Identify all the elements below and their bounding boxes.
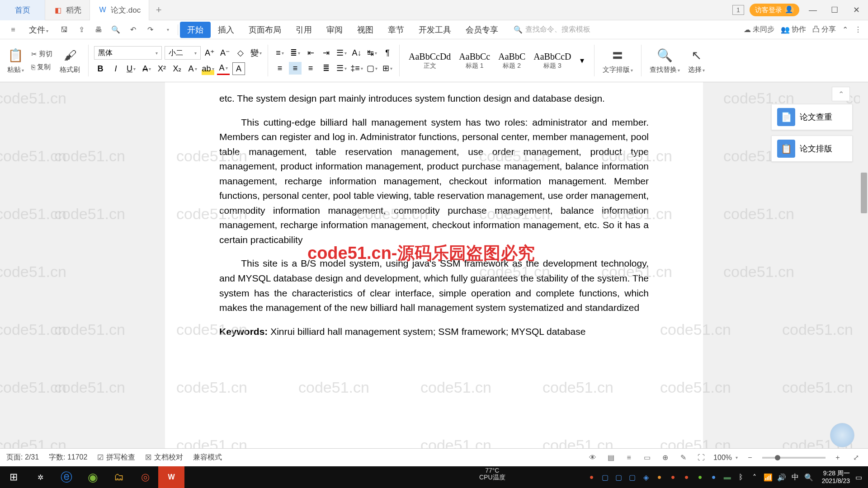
italic-button[interactable]: I: [109, 62, 122, 75]
sync-status[interactable]: ☁未同步: [744, 25, 774, 34]
export-icon[interactable]: ⇪: [73, 21, 90, 38]
tray-icon[interactable]: ▢: [614, 472, 624, 482]
outline-view-icon[interactable]: ≡: [623, 452, 635, 464]
text-effect-button[interactable]: A▾: [186, 62, 199, 75]
zoom-out-button[interactable]: −: [744, 452, 756, 464]
tray-icon[interactable]: ●: [682, 472, 692, 482]
style-heading1[interactable]: AaBbCc标题 1: [455, 51, 494, 71]
web-view-icon[interactable]: ⊕: [659, 452, 671, 464]
find-replace-button[interactable]: 🔍 查找替换▾: [647, 47, 683, 74]
cut-button[interactable]: ✂剪切: [29, 49, 54, 59]
start-button[interactable]: ⊞: [0, 466, 27, 488]
font-color-button[interactable]: A▾: [217, 62, 230, 75]
phonetic-button[interactable]: 變▾: [250, 47, 262, 59]
tray-icon[interactable]: ●: [709, 472, 719, 482]
tray-search-icon[interactable]: 🔍: [804, 472, 814, 482]
show-marks-button[interactable]: ¶: [381, 47, 394, 59]
text-layout-button[interactable]: 〓 文字排版▾: [600, 47, 636, 74]
tray-icon[interactable]: ◈: [641, 472, 651, 482]
style-heading3[interactable]: AaBbCcD标题 3: [530, 51, 575, 71]
style-gallery-more[interactable]: ▾: [576, 54, 589, 67]
sort-button[interactable]: A↓: [350, 47, 363, 59]
vertical-scrollbar[interactable]: [860, 82, 868, 444]
save-icon[interactable]: 🖫: [56, 21, 73, 38]
new-tab-button[interactable]: +: [149, 0, 168, 20]
menu-page-layout[interactable]: 页面布局: [241, 22, 288, 38]
menu-start[interactable]: 开始: [180, 22, 211, 38]
taskbar-browser[interactable]: ◉: [80, 466, 106, 488]
preview-icon[interactable]: 🔍: [107, 21, 124, 38]
highlight-button[interactable]: ab▾: [202, 62, 214, 75]
file-menu[interactable]: 文件▾: [22, 22, 56, 38]
clear-format-button[interactable]: ◇: [234, 47, 247, 59]
select-button[interactable]: ↖ 选择▾: [685, 47, 708, 74]
fit-icon[interactable]: ⛶: [695, 452, 707, 464]
menu-icon[interactable]: ≡: [5, 21, 22, 38]
document-page[interactable]: etc. The system design part mainly intro…: [165, 82, 703, 462]
tabstop-button[interactable]: ↹▾: [366, 47, 378, 59]
print-icon[interactable]: 🖶: [90, 21, 107, 38]
wifi-icon[interactable]: 📶: [763, 472, 773, 482]
asian-layout-button[interactable]: ☰▾: [335, 47, 348, 59]
notifications-icon[interactable]: ▭: [854, 472, 863, 482]
taskbar-ie[interactable]: ⓔ: [53, 466, 80, 488]
tab-document[interactable]: W 论文.doc: [90, 0, 149, 20]
bluetooth-icon[interactable]: ᛒ: [736, 472, 746, 482]
menu-member[interactable]: 会员专享: [458, 22, 505, 38]
command-search[interactable]: 🔍 查找命令、搜索模板: [514, 25, 590, 34]
menu-review[interactable]: 审阅: [319, 22, 350, 38]
subscript-button[interactable]: X₂: [171, 62, 184, 75]
menu-chapter[interactable]: 章节: [381, 22, 411, 38]
guest-login-button[interactable]: 访客登录 👤: [750, 4, 799, 16]
align-left-button[interactable]: ≡: [274, 62, 286, 75]
redo-icon[interactable]: ↷: [142, 21, 159, 38]
taskbar-app-1[interactable]: ✲: [27, 466, 53, 488]
align-justify-button[interactable]: ≣: [320, 62, 332, 75]
underline-button[interactable]: U▾: [125, 62, 137, 75]
undo-icon[interactable]: ↶: [124, 21, 142, 38]
menu-reference[interactable]: 引用: [288, 22, 319, 38]
menu-dev-tools[interactable]: 开发工具: [411, 22, 458, 38]
taskbar-app-5[interactable]: ◎: [132, 466, 158, 488]
ime-icon[interactable]: 中: [790, 472, 800, 482]
copy-button[interactable]: ⎘复制: [29, 62, 54, 72]
collapse-ribbon-icon[interactable]: ⌃: [842, 25, 848, 34]
number-list-button[interactable]: ≣▾: [289, 47, 302, 59]
more-qat-icon[interactable]: ▾: [159, 21, 176, 38]
volume-icon[interactable]: 🔊: [777, 472, 787, 482]
proofread-toggle[interactable]: ☒文档校对: [145, 453, 183, 462]
page-view-icon[interactable]: ▤: [605, 452, 617, 464]
collab-button[interactable]: 👥协作: [781, 25, 806, 34]
reading-view-icon[interactable]: ▭: [641, 452, 653, 464]
taskbar-wps[interactable]: W: [158, 466, 184, 488]
taskbar-explorer[interactable]: 🗂: [106, 466, 132, 488]
zoom-in-button[interactable]: +: [832, 452, 844, 464]
tray-icon[interactable]: ●: [655, 472, 665, 482]
bold-button[interactable]: B: [94, 62, 107, 75]
format-painter-button[interactable]: 🖌 格式刷: [57, 47, 83, 74]
tray-icon[interactable]: ▢: [600, 472, 610, 482]
tray-icon[interactable]: ●: [587, 472, 597, 482]
spellcheck-toggle[interactable]: ☑拼写检查: [97, 453, 135, 462]
scroll-thumb[interactable]: [861, 173, 867, 213]
paper-check-button[interactable]: 📄 论文查重: [771, 104, 853, 130]
shrink-font-button[interactable]: A⁻: [219, 47, 231, 59]
style-heading2[interactable]: AaBbC标题 2: [495, 51, 529, 71]
eyecare-icon[interactable]: 👁: [587, 452, 599, 464]
grow-font-button[interactable]: A⁺: [203, 47, 216, 59]
tab-home[interactable]: 首页: [0, 0, 45, 20]
tray-up-icon[interactable]: ˄: [750, 472, 760, 482]
font-name-select[interactable]: 黑体▾: [94, 46, 162, 60]
menu-insert[interactable]: 插入: [211, 22, 241, 38]
zoom-level[interactable]: 100%▾: [713, 454, 738, 462]
menu-view[interactable]: 视图: [350, 22, 381, 38]
window-counter[interactable]: 1: [732, 5, 744, 15]
line-spacing-button[interactable]: ‡≡▾: [350, 62, 363, 75]
style-normal[interactable]: AaBbCcDd正文: [405, 51, 454, 71]
close-button[interactable]: ✕: [848, 2, 864, 18]
shading-button[interactable]: ▢▾: [366, 62, 378, 75]
paper-layout-button[interactable]: 📋 论文排版: [771, 136, 853, 162]
align-right-button[interactable]: ≡: [304, 62, 317, 75]
cpu-temp-widget[interactable]: 77°C CPU温度: [479, 467, 505, 481]
minimize-button[interactable]: —: [805, 2, 821, 18]
